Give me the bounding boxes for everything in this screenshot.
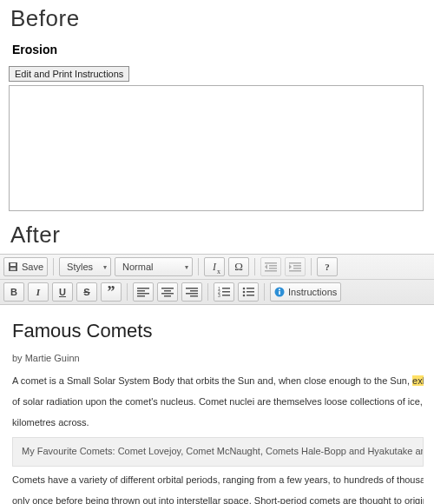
editor-content[interactable]: Famous Comets by Martie Guinn A comet is… <box>0 305 434 504</box>
blockquote-button[interactable]: ” <box>101 282 122 302</box>
align-right-button[interactable] <box>181 282 202 302</box>
svg-rect-18 <box>164 290 171 292</box>
doc-blockquote: My Favourite Comets: Comet Lovejoy, Come… <box>12 437 424 467</box>
numbered-list-icon: 123 <box>218 287 230 297</box>
bold-button[interactable]: B <box>3 282 24 302</box>
svg-rect-36 <box>247 295 254 296</box>
bullet-list-button[interactable] <box>238 282 259 302</box>
svg-rect-38 <box>279 291 280 295</box>
svg-marker-12 <box>289 264 292 269</box>
align-right-icon <box>186 287 198 297</box>
strike-button[interactable]: S <box>76 282 97 302</box>
before-heading: Before <box>0 0 434 36</box>
svg-point-33 <box>243 295 246 297</box>
doc-title: Famous Comets <box>12 317 424 345</box>
svg-rect-22 <box>190 290 198 292</box>
svg-rect-15 <box>137 293 149 295</box>
outdent-icon <box>265 262 277 272</box>
toolbar-separator <box>207 283 208 301</box>
svg-rect-2 <box>10 268 16 270</box>
bullet-list-icon <box>242 287 254 297</box>
svg-point-32 <box>243 291 246 294</box>
underline-icon: U <box>59 287 66 297</box>
instructions-label: Instructions <box>288 287 337 297</box>
svg-rect-9 <box>293 265 301 267</box>
remove-format-icon: Ix <box>213 261 216 274</box>
edit-print-button[interactable]: Edit and Print Instructions <box>9 66 129 82</box>
caret-down-icon: ▾ <box>103 263 107 271</box>
doc-paragraph-1-line-1: A comet is a Small Solar System Body tha… <box>12 375 424 388</box>
toolbar-separator <box>264 283 265 301</box>
indent-icon <box>289 262 301 272</box>
svg-rect-23 <box>186 293 198 295</box>
svg-rect-3 <box>265 262 277 264</box>
svg-rect-28 <box>222 288 230 289</box>
indent-button[interactable] <box>285 257 306 276</box>
before-textarea[interactable] <box>9 85 424 211</box>
svg-rect-21 <box>186 288 198 289</box>
caret-down-icon: ▾ <box>185 263 188 271</box>
editor-toolbar: Save Styles ▾ Normal ▾ Ix Ω <box>0 254 434 305</box>
svg-rect-13 <box>137 288 149 289</box>
toolbar-separator <box>127 283 128 301</box>
remove-format-button[interactable]: Ix <box>204 257 225 276</box>
align-center-button[interactable] <box>157 282 178 302</box>
quote-icon: ” <box>108 288 115 296</box>
svg-rect-11 <box>289 270 301 272</box>
svg-rect-16 <box>137 295 145 297</box>
toolbar-separator <box>311 258 312 275</box>
svg-text:3: 3 <box>218 293 220 297</box>
svg-rect-5 <box>269 268 277 269</box>
rich-text-editor: Save Styles ▾ Normal ▾ Ix Ω <box>0 254 434 504</box>
omega-icon: Ω <box>234 260 243 274</box>
italic-icon: I <box>36 287 40 297</box>
svg-point-39 <box>279 288 280 290</box>
highlighted-text: exhibits a visible coma (atmo <box>412 375 424 386</box>
instructions-button[interactable]: Instructions <box>270 282 341 302</box>
save-button[interactable]: Save <box>3 257 48 276</box>
align-left-button[interactable] <box>133 282 154 302</box>
doc-paragraph-2-line-1: Comets have a variety of different orbit… <box>12 474 424 487</box>
svg-rect-29 <box>222 291 230 293</box>
doc-byline: by Martie Guinn <box>12 352 424 366</box>
svg-rect-14 <box>137 290 145 292</box>
toolbar-row-2: B I U S ” <box>0 279 434 304</box>
svg-rect-20 <box>164 295 171 297</box>
svg-rect-6 <box>265 270 277 272</box>
save-label: Save <box>22 262 43 272</box>
after-heading: After <box>0 211 434 252</box>
before-page-title: Erosion <box>0 36 434 65</box>
svg-rect-19 <box>161 293 174 295</box>
save-icon <box>8 262 18 272</box>
svg-rect-35 <box>247 291 254 293</box>
italic-button[interactable]: I <box>28 282 49 302</box>
svg-rect-17 <box>161 288 174 289</box>
svg-rect-8 <box>289 262 301 264</box>
svg-rect-1 <box>10 263 16 266</box>
svg-rect-10 <box>293 268 301 269</box>
format-dropdown[interactable]: Normal ▾ <box>115 257 193 276</box>
info-icon <box>274 287 285 297</box>
toolbar-row-1: Save Styles ▾ Normal ▾ Ix Ω <box>0 255 434 279</box>
svg-rect-24 <box>190 295 198 297</box>
bold-icon: B <box>10 287 17 297</box>
align-center-icon <box>161 287 174 297</box>
format-label: Normal <box>122 262 153 272</box>
special-char-button[interactable]: Ω <box>228 257 249 276</box>
help-button[interactable]: ? <box>317 257 338 276</box>
toolbar-separator <box>198 258 199 275</box>
toolbar-separator <box>254 258 255 275</box>
svg-rect-4 <box>269 265 277 267</box>
doc-paragraph-1-line-3: kilometres across. <box>12 416 424 430</box>
numbered-list-button[interactable]: 123 <box>214 282 234 302</box>
outdent-button[interactable] <box>260 257 281 276</box>
styles-dropdown[interactable]: Styles ▾ <box>59 257 111 276</box>
align-left-icon <box>137 287 149 297</box>
toolbar-separator <box>53 258 54 275</box>
underline-button[interactable]: U <box>52 282 73 302</box>
help-icon: ? <box>325 262 330 272</box>
doc-paragraph-1-line-2: of solar radiation upon the comet's nucl… <box>12 395 424 409</box>
svg-point-31 <box>243 288 246 290</box>
doc-paragraph-2-line-2: only once before being thrown out into i… <box>12 494 424 504</box>
svg-marker-7 <box>265 264 267 269</box>
